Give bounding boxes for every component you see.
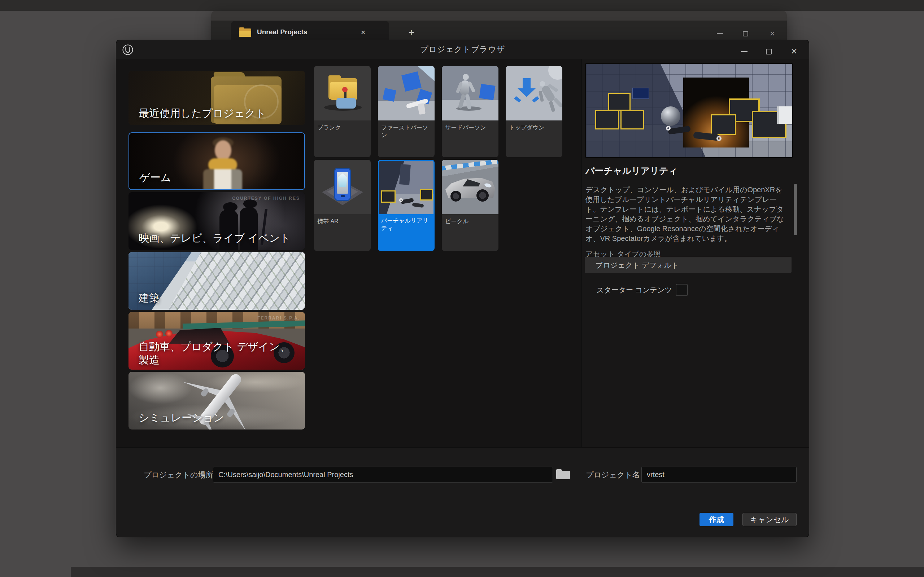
taillight-art [165, 330, 173, 337]
template-label: ビークル [442, 214, 498, 225]
yellow-box-art [608, 93, 630, 111]
arrow-art [518, 89, 536, 97]
category-film-tv-live-events[interactable]: COURTESY OF HIGH RES 映画、テレビ、ライブ イベント [129, 192, 305, 250]
joystick-art [342, 87, 347, 92]
template-virtual-reality[interactable]: バーチャルリアリティ [378, 160, 435, 251]
template-vehicle[interactable]: ビークル [442, 160, 498, 251]
project-location-label: プロジェクトの場所 [144, 470, 213, 480]
yellow-box-art [620, 110, 644, 129]
category-simulation[interactable]: シミュレーション [129, 372, 305, 429]
category-architecture[interactable]: SAFDIE ARCHITECTS 建築 [129, 252, 305, 310]
white-cube-art [777, 106, 793, 124]
template-handheld-ar[interactable]: 携帯 AR [314, 160, 371, 251]
starter-content-checkbox[interactable] [676, 284, 688, 296]
template-label: ファーストパーソン [378, 121, 435, 139]
dialog-maximize-button[interactable] [761, 45, 777, 58]
template-label: 携帯 AR [314, 214, 371, 225]
template-thumb-first-person [378, 66, 435, 121]
wheel-art [477, 189, 489, 201]
category-label: 建築 [139, 292, 165, 305]
browse-folder-button[interactable] [556, 469, 571, 480]
template-top-down[interactable]: トップダウン [506, 66, 562, 157]
dialog-close-button[interactable]: ✕ [786, 45, 802, 58]
yellow-box-art [381, 190, 396, 203]
category-label: 最近使用したプロジェクト [139, 107, 272, 120]
sky-art [418, 66, 435, 81]
create-button[interactable]: 作成 [699, 513, 733, 526]
dark-panel-art [399, 164, 411, 185]
explorer-maximize-button[interactable] [737, 27, 754, 40]
yellow-box-art [711, 114, 736, 135]
project-location-input[interactable] [213, 467, 553, 482]
tab-close-icon[interactable]: ✕ [357, 27, 369, 38]
asset-type-section-label: アセット タイプの参照 [585, 249, 730, 257]
template-label: バーチャルリアリティ [379, 214, 433, 232]
unreal-engine-logo-icon [122, 44, 134, 56]
blue-cube-art [401, 71, 422, 92]
explorer-minimize-button[interactable] [712, 27, 729, 40]
template-thumb-third-person [442, 66, 498, 121]
vr-controller-art [716, 136, 722, 141]
project-browser-dialog: プロジェクトブラウザ ✕ 最近使用したプロジェクト [116, 40, 809, 537]
curb-art [442, 160, 498, 171]
arrow-art [523, 78, 531, 89]
vr-template-preview-image [585, 63, 793, 158]
background-top-strip [0, 0, 924, 11]
folder-icon [556, 469, 570, 479]
watermark: SAFDIE ARCHITECTS [243, 256, 300, 261]
category-label: シミュレーション [139, 411, 230, 424]
template-details-description: デスクトップ、コンソール、およびモバイル用のOpenXRを使用したブループリント… [585, 185, 787, 243]
vr-controller-art [399, 198, 403, 202]
project-name-input[interactable] [641, 467, 796, 482]
category-recent-projects[interactable]: 最近使用したプロジェクト [129, 71, 305, 125]
blue-cube-art [383, 88, 396, 102]
minimize-icon [741, 51, 748, 52]
folder-icon-front [239, 31, 251, 37]
mannequin-art [463, 74, 469, 80]
dialog-minimize-button[interactable] [736, 45, 752, 58]
arrow-art [514, 96, 521, 102]
vr-controller-art [412, 203, 424, 208]
maximize-icon [766, 49, 772, 55]
vr-controller-art [666, 126, 670, 131]
project-defaults-dropdown[interactable]: プロジェクト デフォルト [585, 257, 792, 273]
template-thumb-top-down [506, 66, 562, 121]
phone-button-art [341, 195, 345, 197]
cancel-button[interactable]: キャンセル [743, 513, 796, 526]
dialog-title: プロジェクトブラウザ [116, 40, 809, 59]
wheel-art [451, 191, 461, 201]
template-label: サードパーソン [442, 121, 498, 131]
dialog-titlebar[interactable]: プロジェクトブラウザ ✕ [116, 40, 809, 59]
mannequin-art [549, 101, 556, 112]
blue-cube-art [479, 84, 495, 100]
sphere-art [661, 106, 680, 126]
taskbar-strip [71, 567, 924, 577]
gamepad-art [336, 98, 356, 108]
template-blank[interactable]: ブランク [314, 66, 371, 157]
new-tab-button[interactable]: + [404, 25, 419, 40]
greenery-art [168, 252, 305, 310]
gun-art [418, 103, 426, 115]
mannequin-art [532, 76, 562, 115]
template-first-person[interactable]: ファーストパーソン [378, 66, 435, 157]
watermark: FERRARI S.P.A. [257, 316, 300, 321]
yellow-box-art [595, 110, 619, 129]
maximize-icon [743, 31, 748, 36]
template-thumb-blank [314, 66, 371, 121]
explorer-window: Unreal Projects ✕ + ✕ [211, 11, 787, 43]
close-icon: ✕ [769, 29, 775, 38]
description-scrollbar[interactable] [794, 184, 797, 235]
template-thumb-virtual-reality [379, 161, 433, 214]
template-label: トップダウン [506, 121, 562, 131]
explorer-close-button[interactable]: ✕ [764, 27, 781, 40]
folder-icon [239, 27, 251, 37]
project-defaults-value: プロジェクト デフォルト [596, 260, 679, 270]
spectator-screen-art [632, 88, 649, 99]
close-icon: ✕ [791, 47, 797, 56]
category-automotive-product-design[interactable]: FERRARI S.P.A. 自動車、プロダクト デザイン、製造 [129, 312, 305, 370]
template-third-person[interactable]: サードパーソン [442, 66, 498, 157]
minimize-icon [717, 33, 723, 34]
category-games[interactable]: ゲーム [129, 132, 305, 190]
category-label: 自動車、プロダクト デザイン、製造 [139, 340, 305, 367]
template-thumb-handheld-ar [314, 160, 371, 214]
